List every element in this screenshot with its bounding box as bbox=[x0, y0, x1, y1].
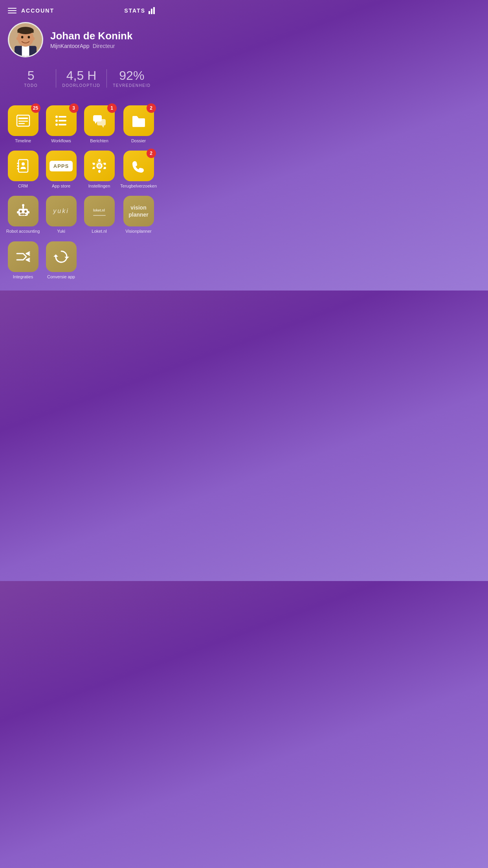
header-title: ACCOUNT bbox=[21, 7, 54, 14]
berichten-badge: 1 bbox=[107, 103, 117, 113]
svg-point-33 bbox=[22, 204, 24, 206]
svg-point-14 bbox=[55, 116, 58, 118]
stat-todo: 5 TODO bbox=[8, 69, 54, 88]
timeline-label: Timeline bbox=[15, 138, 31, 143]
svg-rect-17 bbox=[59, 120, 66, 121]
berichten-label: Berichten bbox=[90, 138, 108, 143]
stat-tevredenheid: 92% TEVREDENHEID bbox=[109, 69, 155, 88]
svg-rect-25 bbox=[17, 163, 19, 164]
yuki-text: yuki bbox=[53, 208, 69, 215]
integraties-app[interactable]: Integraties bbox=[4, 237, 42, 283]
doorlooptijd-label: DOORLOOPTIJD bbox=[62, 83, 101, 88]
appstore-label: App store bbox=[52, 184, 70, 189]
svg-rect-40 bbox=[17, 211, 19, 213]
stat-divider-1 bbox=[56, 69, 56, 88]
svg-rect-38 bbox=[22, 213, 23, 215]
stats-button[interactable]: STATS bbox=[124, 7, 155, 14]
svg-rect-13 bbox=[18, 123, 25, 124]
svg-point-7 bbox=[28, 36, 30, 39]
berichten-app[interactable]: 1 Berichten bbox=[80, 101, 118, 147]
instellingen-label: Instellingen bbox=[88, 184, 110, 189]
robot-accounting-app[interactable]: Robot accounting bbox=[4, 192, 42, 237]
svg-rect-22 bbox=[97, 119, 106, 125]
svg-rect-5 bbox=[17, 30, 33, 33]
svg-rect-15 bbox=[59, 116, 66, 118]
terugbelverzoeken-app[interactable]: 2 Terugbelverzoeken bbox=[118, 147, 159, 192]
appstore-app[interactable]: APPS App store bbox=[42, 147, 80, 192]
svg-rect-11 bbox=[18, 118, 28, 119]
svg-rect-27 bbox=[17, 168, 19, 169]
avatar bbox=[8, 22, 43, 57]
doorlooptijd-value: 4,5 H bbox=[66, 69, 96, 82]
svg-rect-39 bbox=[24, 213, 25, 215]
terugbelverzoeken-label: Terugbelverzoeken bbox=[120, 184, 157, 189]
dossier-label: Dossier bbox=[131, 138, 146, 143]
svg-rect-41 bbox=[28, 211, 29, 213]
profile-role: Directeur bbox=[93, 43, 115, 49]
stats-row: 5 TODO 4,5 H DOORLOOPTIJD 92% TEVREDENHE… bbox=[0, 65, 163, 97]
timeline-badge: 25 bbox=[31, 103, 40, 113]
workflows-badge: 3 bbox=[69, 103, 79, 113]
svg-rect-19 bbox=[59, 124, 66, 125]
stat-divider-2 bbox=[106, 69, 107, 88]
visionplanner-label: Visionplanner bbox=[125, 229, 151, 234]
todo-label: TODO bbox=[24, 83, 38, 88]
svg-rect-12 bbox=[18, 121, 28, 122]
svg-rect-37 bbox=[21, 213, 22, 215]
yuki-label: Yuki bbox=[57, 229, 65, 234]
profile-sub: MijnKantoorApp Directeur bbox=[50, 43, 132, 49]
tevredenheid-value: 92% bbox=[119, 69, 144, 82]
todo-value: 5 bbox=[28, 69, 35, 82]
stats-label: STATS bbox=[124, 7, 145, 14]
svg-marker-23 bbox=[102, 125, 104, 128]
conversie-app[interactable]: Conversie app bbox=[42, 237, 80, 283]
apps-grid: 25 Timeline 3 Workflows bbox=[0, 97, 163, 291]
svg-rect-24 bbox=[18, 160, 28, 172]
profile-company: MijnKantoorApp bbox=[50, 43, 90, 49]
tevredenheid-label: TEVREDENHEID bbox=[113, 83, 150, 88]
svg-rect-26 bbox=[17, 166, 19, 167]
profile-name: Johan de Konink bbox=[50, 30, 132, 42]
timeline-app[interactable]: 25 Timeline bbox=[4, 101, 42, 147]
svg-text:loket.nl: loket.nl bbox=[93, 209, 105, 213]
yuki-app[interactable]: yuki Yuki bbox=[42, 192, 80, 237]
svg-point-28 bbox=[22, 162, 25, 166]
dossier-app[interactable]: 2 Dossier bbox=[118, 101, 159, 147]
visionplanner-text: visionplanner bbox=[128, 204, 149, 218]
crm-label: CRM bbox=[18, 184, 28, 189]
workflows-app[interactable]: 3 Workflows bbox=[42, 101, 80, 147]
svg-point-35 bbox=[24, 210, 27, 213]
svg-point-18 bbox=[55, 123, 58, 126]
visionplanner-app[interactable]: visionplanner Visionplanner bbox=[118, 192, 159, 237]
svg-marker-46 bbox=[64, 257, 69, 259]
profile-info: Johan de Konink MijnKantoorApp Directeur bbox=[50, 30, 132, 50]
header-left: ACCOUNT bbox=[8, 7, 54, 14]
svg-marker-21 bbox=[95, 121, 97, 124]
menu-icon[interactable] bbox=[8, 8, 17, 13]
svg-point-16 bbox=[55, 120, 58, 122]
loket-app[interactable]: loket.nl Loket.nl bbox=[80, 192, 118, 237]
appstore-text: APPS bbox=[50, 161, 73, 171]
dossier-badge: 2 bbox=[147, 103, 156, 113]
svg-rect-2 bbox=[22, 46, 29, 56]
svg-point-6 bbox=[21, 36, 24, 39]
svg-point-9 bbox=[33, 37, 35, 40]
workflows-label: Workflows bbox=[51, 138, 71, 143]
terugbelverzoeken-badge: 2 bbox=[147, 149, 156, 158]
profile-section: Johan de Konink MijnKantoorApp Directeur bbox=[0, 18, 163, 65]
robot-accounting-label: Robot accounting bbox=[6, 229, 40, 234]
header: ACCOUNT STATS bbox=[0, 0, 163, 18]
instellingen-app[interactable]: Instellingen bbox=[80, 147, 118, 192]
crm-app[interactable]: CRM bbox=[4, 147, 42, 192]
loket-label: Loket.nl bbox=[92, 229, 107, 234]
conversie-label: Conversie app bbox=[47, 274, 75, 280]
svg-point-8 bbox=[17, 37, 19, 40]
integraties-label: Integraties bbox=[13, 274, 33, 280]
bar-chart-icon bbox=[149, 7, 155, 14]
stat-doorlooptijd: 4,5 H DOORLOOPTIJD bbox=[58, 69, 104, 88]
svg-point-34 bbox=[20, 210, 22, 213]
